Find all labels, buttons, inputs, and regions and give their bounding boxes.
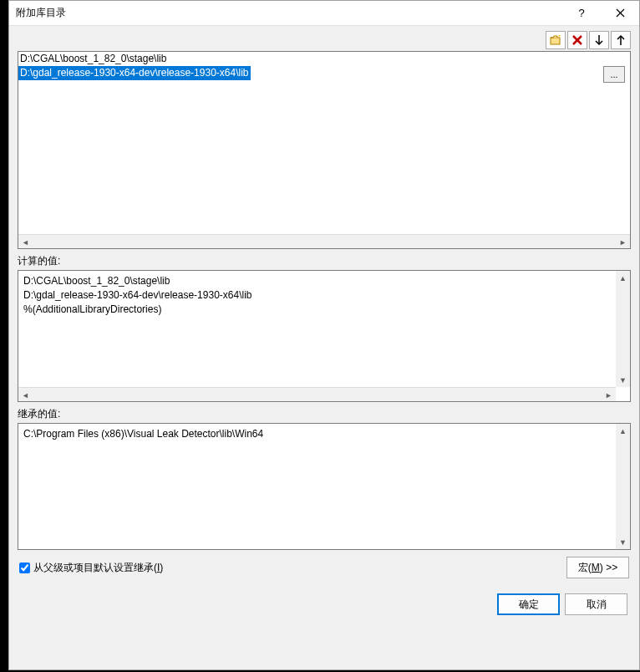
scroll-right-icon: ► — [602, 388, 616, 402]
inherited-vscrollbar[interactable]: ▲ ▼ — [616, 424, 630, 549]
titlebar: 附加库目录 ? — [9, 1, 639, 26]
evaluated-label: 计算的值: — [18, 254, 631, 268]
scroll-up-icon: ▲ — [616, 424, 630, 438]
macros-label-pre: 宏( — [578, 561, 592, 575]
inherited-section: 继承的值: C:\Program Files (x86)\Visual Leak… — [9, 402, 639, 550]
scroll-left-icon: ◄ — [18, 235, 33, 249]
browse-button[interactable]: ... — [603, 66, 625, 83]
new-line-button[interactable] — [546, 31, 566, 49]
arrow-up-icon — [616, 34, 626, 46]
inherit-checkbox-label: 从父级或项目默认设置继承(I) — [33, 561, 163, 575]
delete-x-icon — [571, 34, 583, 46]
macros-label-post: ) >> — [600, 562, 617, 573]
window-title: 附加库目录 — [16, 6, 562, 20]
close-icon — [616, 8, 625, 18]
dialog-window: 附加库目录 ? — [8, 0, 640, 670]
inherited-label: 继承的值: — [18, 407, 631, 421]
inherit-label-post: ) — [160, 562, 163, 573]
scroll-down-icon: ▼ — [616, 373, 630, 387]
evaluated-box-wrapper: D:\CGAL\boost_1_82_0\stage\lib D:\gdal_r… — [18, 270, 631, 402]
move-up-button[interactable] — [611, 31, 631, 49]
dialog-button-row: 确定 取消 — [9, 585, 639, 627]
inherit-checkbox[interactable] — [19, 563, 30, 573]
macros-hotkey: M — [592, 562, 600, 573]
evaluated-section: 计算的值: D:\CGAL\boost_1_82_0\stage\lib D:\… — [9, 249, 639, 402]
evaluated-values-box[interactable]: D:\CGAL\boost_1_82_0\stage\lib D:\gdal_r… — [18, 271, 630, 401]
macros-button[interactable]: 宏(M) >> — [566, 557, 629, 578]
editable-list-section: D:\CGAL\boost_1_82_0\stage\libD:\gdal_re… — [9, 51, 639, 249]
cancel-button[interactable]: 取消 — [565, 593, 627, 615]
svg-rect-2 — [551, 38, 560, 44]
scroll-left-icon: ◄ — [18, 388, 33, 402]
editable-list-hscrollbar[interactable]: ◄ ► — [18, 234, 630, 248]
scroll-down-icon: ▼ — [616, 535, 630, 549]
evaluated-hscrollbar[interactable]: ◄ ► — [18, 387, 616, 401]
scroll-up-icon: ▲ — [616, 271, 630, 285]
close-button[interactable] — [601, 1, 639, 26]
arrow-down-icon — [594, 34, 604, 46]
inherited-values-box[interactable]: C:\Program Files (x86)\Visual Leak Detec… — [18, 424, 630, 549]
inherit-label-pre: 从父级或项目默认设置继承( — [33, 562, 157, 573]
delete-button[interactable] — [567, 31, 587, 49]
inherit-checkbox-wrap[interactable]: 从父级或项目默认设置继承(I) — [19, 561, 163, 575]
editable-list-wrapper: D:\CGAL\boost_1_82_0\stage\libD:\gdal_re… — [18, 51, 631, 249]
footer-row: 从父级或项目默认设置继承(I) 宏(M) >> — [9, 550, 639, 585]
list-item[interactable]: D:\CGAL\boost_1_82_0\stage\lib — [18, 53, 168, 64]
help-button[interactable]: ? — [562, 1, 601, 26]
directories-editable-list[interactable]: D:\CGAL\boost_1_82_0\stage\libD:\gdal_re… — [18, 52, 630, 234]
ok-button[interactable]: 确定 — [497, 593, 560, 615]
list-item[interactable]: D:\gdal_release-1930-x64-dev\release-193… — [18, 66, 251, 80]
move-down-button[interactable] — [589, 31, 609, 49]
new-folder-icon — [549, 34, 562, 46]
list-toolbar — [9, 26, 639, 51]
inherited-box-wrapper: C:\Program Files (x86)\Visual Leak Detec… — [18, 423, 631, 550]
evaluated-vscrollbar[interactable]: ▲ ▼ — [616, 271, 630, 387]
scroll-right-icon: ► — [616, 235, 630, 249]
